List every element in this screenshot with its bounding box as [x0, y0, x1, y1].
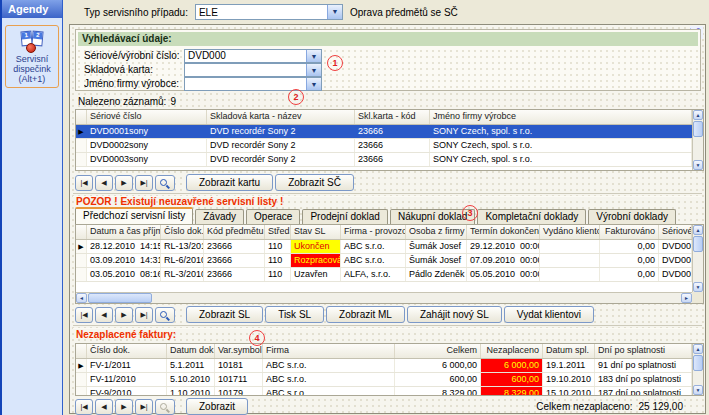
column-header[interactable]: Datum a čas příjmu	[87, 225, 161, 239]
column-header[interactable]: Firma	[263, 344, 395, 358]
column-header[interactable]: Vydáno klientovi dn	[540, 225, 600, 239]
show-invoice-button[interactable]: Zobrazit	[186, 398, 248, 415]
chevron-down-icon[interactable]: ▼	[327, 5, 342, 19]
nav-prev-button[interactable]: ◀	[95, 175, 113, 191]
show-card-button[interactable]: Zobrazit kartu	[186, 174, 273, 191]
column-header[interactable]: Fakturováno	[600, 225, 659, 239]
search-magnifier-button[interactable]	[155, 175, 175, 191]
table-row[interactable]: DVD0003sony DVD recordér Sony 2 23666 SO…	[76, 153, 692, 167]
scrollbar-thumb[interactable]	[693, 236, 703, 252]
column-header[interactable]: Firma - provozovatel	[341, 225, 406, 239]
tab-operace[interactable]: Operace	[246, 209, 300, 224]
search-magnifier-button[interactable]	[155, 307, 175, 323]
column-header[interactable]: Nezaplaceno	[481, 344, 543, 358]
case-type-combobox[interactable]: ELE ▼	[195, 4, 343, 20]
cell: ABC s.r.o.	[341, 254, 406, 267]
tab-zavady[interactable]: Závady	[195, 209, 244, 224]
serial-number-combobox[interactable]: DVD000 ▼	[184, 49, 322, 63]
nav-prev-button[interactable]: ◀	[95, 307, 113, 323]
column-header[interactable]: Číslo dok.	[161, 225, 204, 239]
service-lists-table: Datum a čas příjmu Číslo dok. Kód předmě…	[75, 224, 704, 304]
column-header[interactable]: Číslo dok.	[87, 344, 167, 358]
show-service-list-button[interactable]: Zobrazit SL	[186, 306, 263, 323]
nav-last-button[interactable]: ▶|	[135, 307, 153, 323]
start-new-service-list-button[interactable]: Zahájit nový SL	[407, 306, 502, 323]
column-header[interactable]: Datum spl.	[543, 344, 595, 358]
scrollbar-thumb[interactable]	[88, 293, 152, 303]
column-header[interactable]: Skladová karta - název	[207, 110, 355, 124]
tab-kompletacni-doklady[interactable]: Kompletační doklady	[477, 209, 586, 224]
nav-next-button[interactable]: ▶	[115, 175, 133, 191]
tab-prodejni-doklad[interactable]: Prodejní doklad	[302, 209, 388, 224]
nav-next-button[interactable]: ▶	[115, 307, 133, 323]
show-serial-button[interactable]: Zobrazit SČ	[275, 174, 354, 191]
cell: DVD recordér Sony 2	[207, 125, 355, 138]
column-header[interactable]: Sériové číslo	[87, 110, 207, 124]
table-row[interactable]: FV-11/2010 5.10.2010 101711 ABC s.r.o. 6…	[76, 373, 692, 387]
stock-card-combobox[interactable]: ▼	[184, 63, 322, 77]
app-window: Agendy 1 2 Servisní dispečink (Alt+1) Ty…	[0, 0, 709, 415]
scroll-right-icon[interactable]: ►	[681, 293, 692, 303]
hand-over-to-client-button[interactable]: Vydat klientovi	[504, 306, 594, 323]
cell: DVD0002sony	[87, 139, 207, 152]
scroll-up-icon[interactable]: ▲	[693, 344, 703, 354]
vertical-scrollbar[interactable]: ▲ ▼	[692, 344, 703, 395]
nav-last-button[interactable]: ▶|	[135, 175, 153, 191]
table-row[interactable]: 03.09.2010 14:31 RL-6/2010 23666 110 Roz…	[76, 254, 692, 268]
column-header[interactable]: Střed.	[265, 225, 291, 239]
chevron-down-icon[interactable]: ▼	[306, 50, 321, 62]
scrollbar-thumb[interactable]	[693, 355, 703, 371]
column-header[interactable]: Kód předmětu (pův.)	[204, 225, 265, 239]
book-page-1: 1	[21, 32, 31, 40]
column-header[interactable]: Var.symbol	[215, 344, 263, 358]
column-header[interactable]: Stav SL	[291, 225, 341, 239]
tab-vyrobni-doklady[interactable]: Výrobní doklady	[588, 209, 676, 224]
sidebar-item-servisni-dispecink[interactable]: 1 2 Servisní dispečink (Alt+1)	[5, 25, 59, 88]
print-service-list-button[interactable]: Tisk SL	[265, 306, 324, 323]
column-header[interactable]: Osoba z firmy	[406, 225, 467, 239]
table-row[interactable]: DVD0002sony DVD recordér Sony 2 23666 SO…	[76, 139, 692, 153]
case-type-label: Typ servisního případu:	[84, 7, 188, 18]
table-row[interactable]: ▶ DVD0001sony DVD recordér Sony 2 23666 …	[76, 125, 692, 139]
show-ml-button[interactable]: Zobrazit ML	[326, 306, 405, 323]
column-header[interactable]: Skl.karta - kód	[355, 110, 430, 124]
scroll-left-icon[interactable]: ◄	[76, 293, 87, 303]
unpaid-total-value: 25 129,00	[639, 401, 684, 412]
vertical-scrollbar[interactable]: ▲ ▼	[692, 225, 703, 292]
tab-predchozi-servisni-listy[interactable]: Předchozí servisní listy	[75, 207, 193, 224]
serial-number-value: DVD000	[185, 50, 306, 61]
chevron-down-icon[interactable]: ▼	[306, 64, 321, 76]
column-header[interactable]: Termín dokončení	[467, 225, 540, 239]
column-header[interactable]: Jméno firmy výrobce	[430, 110, 692, 124]
cell: 23666	[355, 153, 430, 166]
nav-first-button[interactable]: |◀	[75, 307, 93, 323]
gutter-header	[76, 225, 87, 239]
scrollbar-thumb[interactable]	[693, 121, 703, 137]
table-row[interactable]: ▶ FV-1/2011 5.1.2011 10181 ABC s.r.o. 6 …	[76, 359, 692, 373]
cell: 23666	[204, 254, 265, 267]
chevron-down-icon[interactable]: ▼	[306, 78, 321, 90]
status-badge: Ukončen	[291, 240, 341, 253]
column-header[interactable]: Dní po splatnosti	[595, 344, 692, 358]
nav-last-button[interactable]: ▶|	[135, 399, 153, 415]
manufacturer-combobox[interactable]: ▼	[184, 77, 322, 91]
scroll-up-icon[interactable]: ▲	[693, 225, 703, 235]
annotation-circle-3: 3	[462, 205, 478, 221]
nav-next-button[interactable]: ▶	[115, 399, 133, 415]
column-header[interactable]: Sériové číslo	[659, 225, 692, 239]
table-row[interactable]: ▶ 28.12.2010 14:15 RL-13/2010 23666 110 …	[76, 240, 692, 254]
scroll-down-icon[interactable]: ▼	[693, 282, 703, 292]
nav-first-button[interactable]: |◀	[75, 175, 93, 191]
column-header[interactable]: Celkem	[395, 344, 481, 358]
horizontal-scrollbar[interactable]: ◄ ►	[76, 292, 692, 303]
scroll-down-icon[interactable]: ▼	[693, 160, 703, 170]
scroll-down-icon[interactable]: ▼	[693, 385, 703, 395]
scroll-up-icon[interactable]: ▲	[693, 110, 703, 120]
cell: DVD0001sor	[659, 240, 692, 253]
nav-prev-button[interactable]: ◀	[95, 399, 113, 415]
vertical-scrollbar[interactable]: ▲ ▼	[692, 110, 703, 170]
table-row[interactable]: 03.05.2010 08:16 RL-3/2010 23666 110 Uza…	[76, 268, 692, 282]
nav-first-button[interactable]: |◀	[75, 399, 93, 415]
table-row[interactable]: FV-9/2010 1.10.2010 10179 ABC s.r.o. 8 3…	[76, 387, 692, 395]
column-header[interactable]: Datum dok.	[167, 344, 215, 358]
